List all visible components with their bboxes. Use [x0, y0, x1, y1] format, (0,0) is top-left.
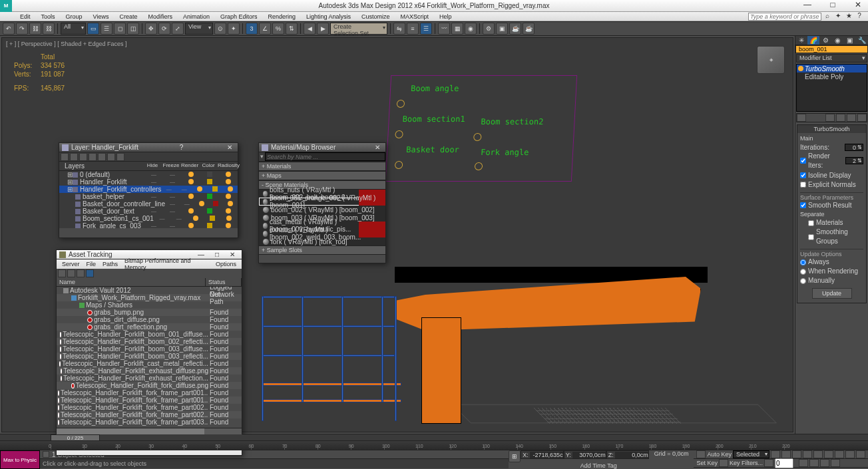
layer-row[interactable]: Basket_door_text—— [59, 208, 238, 215]
create-tab[interactable]: ✳ [795, 36, 807, 45]
asset-menu-file[interactable]: File [84, 261, 99, 267]
hide-unhide-button[interactable] [107, 153, 115, 161]
align-button[interactable]: ≡ [407, 23, 419, 35]
asset-tree-button[interactable] [67, 269, 75, 277]
modifier-stack[interactable]: TurboSmooth Editable Poly [796, 64, 867, 112]
unlink-button[interactable]: ⛓ [43, 23, 55, 35]
configure-sets-button[interactable] [857, 114, 867, 122]
goto-end-button[interactable] [813, 450, 823, 458]
max-toggle-button[interactable] [831, 459, 840, 467]
layer-row[interactable]: Boom_section1_cs_001—— [59, 215, 238, 222]
freeze-unfreeze-button[interactable] [116, 153, 124, 161]
update-button[interactable]: Update [812, 288, 852, 299]
asset-row[interactable]: Telescopic_Handler_Forklift_boom_003_dif… [57, 345, 242, 353]
layer-row[interactable]: Basket_door_controller_line—— [59, 200, 238, 208]
undo-button[interactable]: ↶ [3, 23, 15, 35]
minimize-button[interactable]: — [800, 0, 815, 9]
material-search-menu[interactable]: ▾ [259, 152, 265, 161]
menu-edit[interactable]: Edit [16, 13, 35, 20]
asset-row[interactable]: Telescopic_Handler_Forklift_exhaust_refl… [57, 375, 242, 382]
forklift-model[interactable] [262, 244, 701, 432]
asset-row[interactable]: Telescopic_Handler_Forklift_fork_frame_p… [57, 404, 242, 411]
layer-row[interactable]: Fork_angle_cs_003—— [59, 222, 238, 228]
window-crossing-button[interactable]: ◫ [127, 23, 139, 35]
explicit-normals-checkbox[interactable] [800, 182, 806, 188]
delete-layer-button[interactable] [70, 153, 78, 161]
layer-close-button[interactable]: ✕ [224, 144, 235, 151]
pivot-button[interactable]: ⊙ [214, 23, 226, 35]
asset-row[interactable]: Forklift_Work_Platform_Rigged_vray.maxNe… [57, 294, 242, 301]
maps-group[interactable]: + Maps [259, 171, 385, 180]
modify-tab[interactable]: 🌈 [807, 36, 819, 45]
material-row[interactable]: boom_001_orange_002 ( VRayMtl ) [boom_00… [259, 198, 385, 206]
material-editor-button[interactable]: ◉ [465, 23, 477, 35]
set-key-button[interactable] [719, 459, 728, 467]
render-setup-button[interactable]: ⚙ [483, 23, 495, 35]
new-layer-button[interactable] [61, 153, 69, 161]
asset-menu-bitmap[interactable]: Bitmap Performance and Memory [122, 257, 212, 271]
coord-y-input[interactable] [572, 452, 606, 458]
time-config-button[interactable] [764, 459, 773, 467]
menu-animation[interactable]: Animation [179, 13, 214, 20]
layer-row[interactable]: ⊞ Handler_Forklift_controllers—— [59, 186, 238, 193]
asset-row[interactable]: Telescopic_Handler_Forklift_boom_003_ref… [57, 353, 242, 360]
orbit-button[interactable] [809, 459, 819, 467]
asset-row[interactable]: Telescopic_Handler_Forklift_boom_001_dif… [57, 331, 242, 338]
view-cube[interactable]: ◈ [757, 46, 785, 74]
next-frame-button[interactable] [803, 450, 812, 458]
viewport-label[interactable]: [ + ] [ Perspective ] [ Shaded + Edged F… [6, 41, 127, 47]
render-frame-button[interactable]: ▣ [496, 23, 508, 35]
sample-slots-group[interactable]: + Sample Slots [259, 245, 385, 255]
pan-button[interactable] [799, 459, 808, 467]
render-iters-spinner[interactable]: 2 [845, 157, 863, 164]
rollout-header[interactable]: TurboSmooth [797, 125, 866, 133]
motion-tab[interactable]: ◉ [832, 36, 844, 45]
boom-angle-control[interactable] [397, 100, 405, 108]
render-production-button[interactable]: ☕ [509, 23, 521, 35]
modifier-list-dropdown[interactable]: Modifier List [796, 54, 867, 63]
asset-refresh-button[interactable] [58, 269, 66, 277]
comm-center-icon[interactable]: ✦ [833, 12, 843, 21]
prev-frame-button[interactable] [781, 450, 791, 458]
named-sel-prev-button[interactable]: ◀ [304, 23, 316, 35]
show-end-result-button[interactable] [825, 114, 835, 122]
basket-door-control[interactable] [395, 161, 403, 169]
asset-max-button[interactable]: □ [211, 251, 223, 258]
layer-row[interactable]: ⊞ Handler_Forklift—— [59, 178, 238, 186]
key-mode-button[interactable] [696, 450, 706, 458]
layer-manager-button[interactable]: ☰ [420, 23, 432, 35]
add-time-tag[interactable]: Add Time Tag [580, 462, 622, 469]
help-icon[interactable]: ? [855, 12, 864, 21]
isoline-checkbox[interactable] [800, 172, 806, 178]
play-button[interactable] [792, 450, 801, 458]
pin-stack-button[interactable] [797, 114, 806, 122]
selection-lock-button[interactable] [43, 451, 49, 458]
menu-help[interactable]: Help [435, 13, 456, 20]
asset-row[interactable]: Telescopic_Handler_Forklift_fork_frame_p… [57, 411, 242, 418]
zoom-all-button[interactable] [835, 450, 844, 458]
schematic-view-button[interactable]: ▦ [451, 23, 463, 35]
asset-row[interactable]: Telescopic_Handler_Forklift_boom_002_ref… [57, 338, 242, 345]
asset-close-button[interactable]: ✕ [226, 251, 239, 258]
smooth-result-checkbox[interactable] [800, 202, 806, 208]
rotate-button[interactable]: ⟳ [158, 23, 170, 35]
update-render-radio[interactable] [800, 269, 806, 275]
current-frame-input[interactable] [775, 458, 793, 468]
zoom-button[interactable] [824, 450, 833, 458]
boom-section1-control[interactable] [395, 130, 403, 138]
scale-button[interactable]: ⤢ [172, 23, 184, 35]
track-bar[interactable]: 0102030405060708090100110120130140150160… [0, 441, 868, 450]
menu-rendering[interactable]: Rendering [264, 13, 300, 20]
transform-type-button[interactable]: ⊞ [509, 450, 521, 462]
layer-list[interactable]: ⊞ 0 (default)——⊞ Handler_Forklift——⊞ Han… [59, 171, 238, 228]
iterations-spinner[interactable]: 0 [845, 144, 863, 151]
redo-button[interactable]: ↷ [16, 23, 28, 35]
app-logo[interactable]: M [0, 0, 12, 12]
favorites-icon[interactable]: ★ [844, 12, 853, 21]
display-tab[interactable]: ▣ [844, 36, 856, 45]
materials-group[interactable]: + Materials [259, 162, 385, 171]
snap-toggle-button[interactable]: 3 [246, 23, 258, 35]
asset-row[interactable]: Telescopic_Handler_Forklift_fork_frame_p… [57, 396, 242, 404]
remove-modifier-button[interactable] [847, 114, 856, 122]
menu-create[interactable]: Create [115, 13, 141, 20]
